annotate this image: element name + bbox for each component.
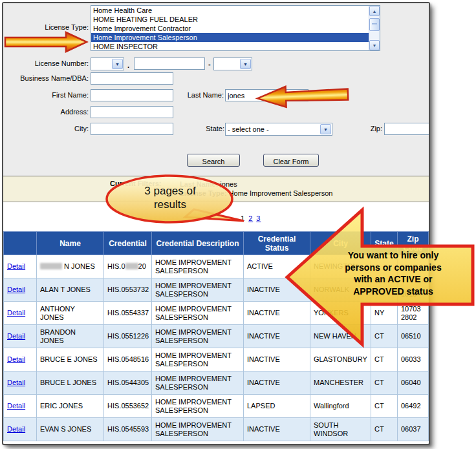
credential-cell: HIS.0551226: [104, 325, 152, 348]
chevron-down-icon[interactable]: ▼: [112, 59, 123, 69]
chevron-down-icon[interactable]: ▼: [240, 59, 251, 69]
city-cell: GLASTONBURY: [310, 348, 371, 371]
license-type-option[interactable]: Home Improvement Contractor: [91, 24, 369, 33]
license-type-listbox[interactable]: Home Health CareHOME HEATING FUEL DEALER…: [91, 5, 380, 51]
credential-status-cell: INACTIVE: [244, 278, 310, 302]
license-type-option[interactable]: HOME HEATING FUEL DEALER: [91, 15, 369, 24]
detail-link[interactable]: Detail: [7, 355, 25, 363]
detail-link[interactable]: Detail: [7, 332, 25, 340]
page-frame: License Type: Home Health CareHOME HEATI…: [2, 2, 430, 445]
scrollbar-thumb[interactable]: [369, 18, 380, 31]
license-type-option[interactable]: Home Improvement Salesperson: [91, 33, 369, 42]
pagination: 123: [241, 214, 261, 222]
name-cell: BRANDON JONES: [37, 325, 104, 348]
credential-description-cell: HOME IMPROVEMENT SALESPERSON: [152, 278, 244, 302]
license-type-option[interactable]: HOME INSPECTOR: [91, 42, 369, 51]
zip-cell: 107032802: [398, 302, 429, 325]
detail-link[interactable]: Detail: [7, 402, 25, 410]
detail-link[interactable]: Detail: [7, 262, 25, 270]
clear-form-button[interactable]: Clear Form: [263, 154, 319, 167]
state-select[interactable]: - select one - ▼: [225, 123, 332, 136]
name-cell: BRUCE E JONES: [37, 348, 104, 371]
zip-label: Zip:: [356, 125, 382, 132]
zip-cell: 06040: [398, 371, 429, 395]
business-name-label: Business Name/DBA:: [3, 74, 89, 82]
license-number-input[interactable]: [134, 57, 205, 70]
city-cell: NEW HAVEN: [310, 325, 371, 348]
detail-cell: Detail: [4, 418, 37, 441]
city-cell: YONKERS: [310, 302, 371, 325]
credential-description-cell: HOME IMPROVEMENT SALESPERSON: [152, 418, 244, 441]
detail-cell: Detail: [4, 255, 37, 278]
zip-cell: 06492: [398, 395, 429, 418]
business-name-input[interactable]: [91, 72, 173, 85]
city-cell: MANCHESTER: [310, 371, 371, 395]
state-cell: CT: [371, 418, 398, 441]
table-row: DetailBRUCE L JONESHIS.0544305HOME IMPRO…: [4, 371, 429, 395]
chevron-down-icon[interactable]: ▼: [320, 124, 331, 134]
city-label: City:: [3, 125, 89, 132]
listbox-scrollbar[interactable]: ▲ ▼: [369, 6, 380, 50]
header-credential-status: Credential Status: [244, 232, 310, 255]
city-cell: SOUTH WINDSOR: [310, 418, 371, 441]
detail-link[interactable]: Detail: [7, 286, 25, 293]
status-callout-text: You want to hire only persons or compani…: [309, 249, 476, 297]
screenshot-canvas: License Type: Home Health CareHOME HEATI…: [0, 0, 476, 449]
credential-description-cell: HOME IMPROVEMENT SALESPERSON: [152, 255, 244, 278]
search-button[interactable]: Search: [187, 154, 240, 167]
state-cell: CT: [371, 395, 398, 418]
scroll-up-icon[interactable]: ▲: [369, 6, 380, 16]
name-cell: ANTHONY JONES: [37, 302, 104, 325]
name-cell: BRUCE L JONES: [37, 371, 104, 395]
credential-status-cell: ACTIVE: [244, 255, 310, 278]
zip-input[interactable]: [384, 123, 430, 135]
state-cell: CT: [371, 348, 398, 371]
license-type-options: Home Health CareHOME HEATING FUEL DEALER…: [91, 6, 369, 50]
credential-description-cell: HOME IMPROVEMENT SALESPERSON: [152, 302, 244, 325]
header-name: Name: [37, 232, 104, 255]
scroll-down-icon[interactable]: ▼: [369, 40, 380, 50]
name-cell: ALAN T JONES: [37, 278, 104, 302]
detail-link[interactable]: Detail: [7, 425, 25, 433]
detail-cell: Detail: [4, 395, 37, 418]
license-number-suffix-select[interactable]: ▼: [213, 57, 252, 70]
state-cell: NY: [371, 302, 398, 325]
pagination-page-link[interactable]: 3: [256, 214, 261, 222]
detail-link[interactable]: Detail: [7, 309, 25, 317]
table-row: DetailANTHONY JONESHIS.0554337HOME IMPRO…: [4, 302, 429, 325]
header-credential-description: Credential Description: [152, 232, 244, 255]
detail-cell: Detail: [4, 302, 37, 325]
header-credential: Credential: [104, 232, 152, 255]
license-number-label: License Number:: [3, 59, 89, 67]
zip-cell: 06510: [398, 325, 429, 348]
address-input[interactable]: [91, 106, 173, 118]
credential-cell: HIS.0553732: [104, 278, 152, 302]
name-cell: N JONES: [37, 255, 104, 278]
license-number-dot: .: [127, 61, 129, 69]
pages-callout-text: 3 pages of results: [122, 184, 219, 211]
license-type-option[interactable]: Home Health Care: [91, 6, 369, 15]
table-row: DetailBRANDON JONESHIS.0551226HOME IMPRO…: [4, 325, 429, 348]
table-row: DetailBRUCE E JONESHIS.0548516HOME IMPRO…: [4, 348, 429, 371]
credential-status-cell: INACTIVE: [244, 348, 310, 371]
redacted-text: [40, 263, 62, 269]
detail-cell: Detail: [4, 278, 37, 302]
credential-description-cell: HOME IMPROVEMENT SALESPERSON: [152, 395, 244, 418]
credential-status-cell: INACTIVE: [244, 418, 310, 441]
detail-link[interactable]: Detail: [7, 379, 25, 386]
credential-description-cell: HOME IMPROVEMENT SALESPERSON: [152, 325, 244, 348]
detail-cell: Detail: [4, 348, 37, 371]
credential-cell: HIS.0545593: [104, 418, 152, 441]
license-number-prefix-select[interactable]: ▼: [91, 57, 124, 70]
credential-status-cell: INACTIVE: [244, 371, 310, 395]
name-cell: ERIC JONES: [37, 395, 104, 418]
last-name-input[interactable]: [225, 89, 308, 101]
credential-cell: HIS.0553652: [104, 395, 152, 418]
credential-cell: HIS.0554337: [104, 302, 152, 325]
pagination-page-link[interactable]: 2: [248, 214, 253, 222]
zip-cell: 06037: [398, 418, 429, 441]
license-number-dash: -: [208, 60, 211, 68]
first-name-label: First Name:: [3, 91, 89, 99]
credential-description-cell: HOME IMPROVEMENT SALESPERSON: [152, 348, 244, 371]
credential-cell: HIS.020: [104, 255, 152, 278]
